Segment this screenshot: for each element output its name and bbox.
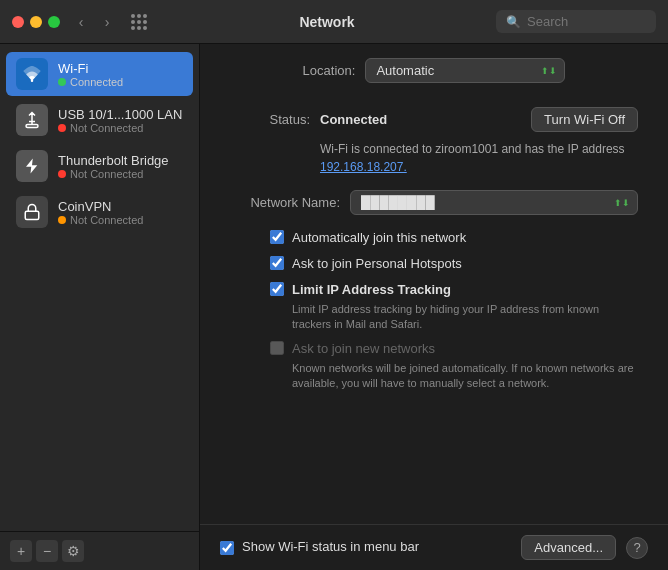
status-dot-green	[58, 78, 66, 86]
auto-join-label: Automatically join this network	[292, 229, 466, 247]
add-network-button[interactable]: +	[10, 540, 32, 562]
sidebar-item-vpn-name: CoinVPN	[58, 199, 143, 214]
thunderbolt-icon	[16, 150, 48, 182]
search-bar[interactable]: 🔍	[496, 10, 656, 33]
show-status-row: Show Wi-Fi status in menu bar	[220, 538, 511, 556]
close-button[interactable]	[12, 16, 24, 28]
limit-ip-label: Limit IP Address Tracking	[292, 281, 638, 299]
svg-point-0	[31, 79, 34, 82]
grid-menu-button[interactable]	[128, 11, 150, 33]
sidebar-item-wifi-info: Wi-Fi Connected	[58, 61, 123, 88]
svg-rect-1	[25, 211, 39, 219]
wifi-icon	[16, 58, 48, 90]
status-description: Wi-Fi is connected to ziroom1001 and has…	[320, 140, 638, 176]
remove-network-button[interactable]: −	[36, 540, 58, 562]
grid-icon	[131, 14, 147, 30]
sidebar-item-wifi[interactable]: Wi-Fi Connected	[6, 52, 193, 96]
checkbox-ask-new: Ask to join new networks Known networks …	[270, 340, 638, 391]
traffic-lights	[12, 16, 60, 28]
sidebar-item-usb-name: USB 10/1...1000 LAN	[58, 107, 182, 122]
help-button[interactable]: ?	[626, 537, 648, 559]
sidebar-item-thunderbolt[interactable]: Thunderbolt Bridge Not Connected	[6, 144, 193, 188]
advanced-button[interactable]: Advanced...	[521, 535, 616, 560]
status-label: Status:	[230, 112, 310, 127]
personal-hotspot-label: Ask to join Personal Hotspots	[292, 255, 462, 273]
back-button[interactable]: ‹	[70, 11, 92, 33]
forward-button[interactable]: ›	[96, 11, 118, 33]
status-dot-orange	[58, 216, 66, 224]
sidebar-item-tb-name: Thunderbolt Bridge	[58, 153, 169, 168]
titlebar: ‹ › Network 🔍	[0, 0, 668, 44]
sidebar-item-vpn[interactable]: CoinVPN Not Connected	[6, 190, 193, 234]
limit-ip-desc: Limit IP address tracking by hiding your…	[292, 302, 638, 333]
sidebar-item-usb-status: Not Connected	[58, 122, 182, 134]
location-select[interactable]: Automatic	[365, 58, 565, 83]
main-content: Wi-Fi Connected USB 10/1...1000 LAN	[0, 44, 668, 570]
location-bar: Location: Automatic	[200, 44, 668, 97]
maximize-button[interactable]	[48, 16, 60, 28]
content-panel: Location: Automatic Status: Connected Tu…	[200, 44, 668, 570]
search-icon: 🔍	[506, 15, 521, 29]
minimize-button[interactable]	[30, 16, 42, 28]
sidebar-item-usb[interactable]: USB 10/1...1000 LAN Not Connected	[6, 98, 193, 142]
window-title: Network	[158, 14, 496, 30]
wifi-panel: Status: Connected Turn Wi-Fi Off Wi-Fi i…	[200, 97, 668, 524]
sidebar-item-wifi-name: Wi-Fi	[58, 61, 123, 76]
ask-new-networks-desc: Known networks will be joined automatica…	[292, 361, 638, 392]
content-footer: Show Wi-Fi status in menu bar Advanced..…	[200, 524, 668, 570]
personal-hotspot-checkbox[interactable]	[270, 256, 284, 270]
sidebar-item-tb-info: Thunderbolt Bridge Not Connected	[58, 153, 169, 180]
network-name-row: Network Name: ████████	[230, 190, 638, 215]
vpn-icon	[16, 196, 48, 228]
network-settings-button[interactable]: ⚙	[62, 540, 84, 562]
sidebar-item-vpn-status: Not Connected	[58, 214, 143, 226]
status-value: Connected	[320, 112, 387, 127]
ask-new-networks-checkbox[interactable]	[270, 341, 284, 355]
sidebar-footer: + − ⚙	[0, 531, 199, 570]
usb-icon	[16, 104, 48, 136]
location-select-wrapper: Automatic	[365, 58, 565, 83]
checkbox-personal-hotspot: Ask to join Personal Hotspots	[270, 255, 638, 273]
sidebar-item-usb-info: USB 10/1...1000 LAN Not Connected	[58, 107, 182, 134]
sidebar-list: Wi-Fi Connected USB 10/1...1000 LAN	[0, 44, 199, 531]
auto-join-checkbox[interactable]	[270, 230, 284, 244]
show-wifi-status-label: Show Wi-Fi status in menu bar	[242, 538, 419, 556]
ip-address: 192.168.18.207.	[320, 160, 407, 174]
status-dot-red2	[58, 170, 66, 178]
sidebar-item-vpn-info: CoinVPN Not Connected	[58, 199, 143, 226]
sidebar-item-tb-status: Not Connected	[58, 168, 169, 180]
checkbox-limit-ip: Limit IP Address Tracking Limit IP addre…	[270, 281, 638, 332]
network-name-select[interactable]: ████████	[350, 190, 638, 215]
sidebar-item-wifi-status: Connected	[58, 76, 123, 88]
sidebar: Wi-Fi Connected USB 10/1...1000 LAN	[0, 44, 200, 570]
turn-wifi-off-button[interactable]: Turn Wi-Fi Off	[531, 107, 638, 132]
status-dot-red	[58, 124, 66, 132]
network-name-label: Network Name:	[230, 195, 340, 210]
nav-buttons: ‹ ›	[70, 11, 118, 33]
status-row: Status: Connected Turn Wi-Fi Off	[230, 107, 638, 132]
show-wifi-status-checkbox[interactable]	[220, 541, 234, 555]
checkbox-auto-join: Automatically join this network	[270, 229, 638, 247]
search-input[interactable]	[527, 14, 646, 29]
limit-ip-checkbox[interactable]	[270, 282, 284, 296]
network-name-select-wrapper: ████████	[350, 190, 638, 215]
location-label: Location:	[303, 63, 356, 78]
ask-new-networks-label: Ask to join new networks	[292, 340, 638, 358]
